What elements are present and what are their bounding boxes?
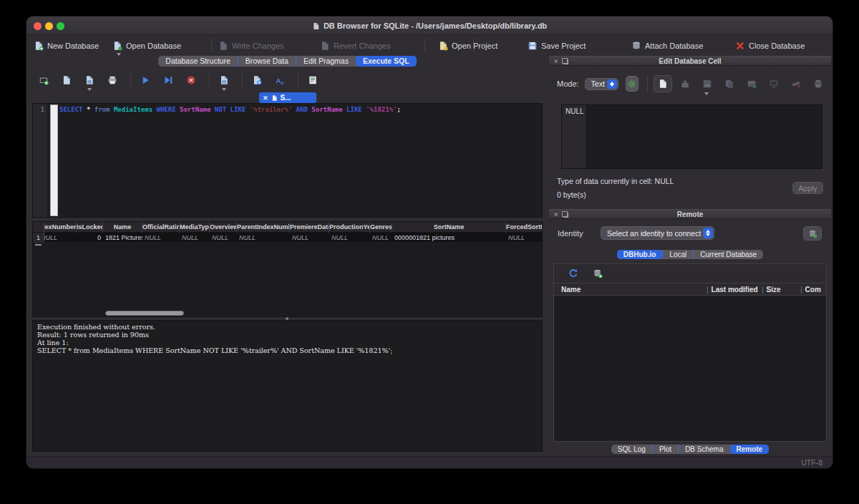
new-sql-tab-icon[interactable] (39, 75, 49, 86)
tab-execute-sql[interactable]: Execute SQL (356, 56, 417, 67)
close-database-button[interactable]: Close Database (735, 39, 805, 52)
open-database-icon (112, 41, 122, 51)
toolbar-separator (473, 39, 474, 52)
column-header-sortname[interactable]: SortName (392, 222, 506, 233)
toolbar-separator (211, 39, 212, 52)
column-header-premieredate[interactable]: PremiereDate (290, 222, 329, 233)
sql-token: from (94, 106, 110, 113)
save-results-icon[interactable] (219, 75, 230, 86)
save-project-icon (528, 41, 538, 51)
sql-tab[interactable]: ✕ S... (259, 92, 316, 103)
column-header-mediatype[interactable]: MediaType (180, 222, 210, 233)
remote-column-name[interactable]: Name (561, 284, 581, 296)
column-header-islocked[interactable]: IsLocked (77, 222, 103, 233)
write-changes-icon (218, 41, 228, 51)
attach-database-button[interactable]: Attach Database (631, 39, 703, 52)
query-log-icon[interactable] (308, 75, 319, 86)
cell-indexnumber[interactable]: NULL (44, 233, 77, 243)
remote-column-last-modified[interactable]: Last modified (707, 284, 758, 296)
open-project-button[interactable]: Open Project (438, 39, 498, 52)
cell-overview[interactable]: NULL (210, 233, 237, 243)
execute-all-icon[interactable] (140, 75, 151, 86)
column-header-indexnumber[interactable]: IndexNumber (44, 222, 77, 233)
tab-database-structure[interactable]: Database Structure (158, 56, 237, 67)
close-tab-icon[interactable]: ✕ (263, 94, 268, 102)
sql-token: ; (397, 106, 401, 113)
remote-panel-toolbar (554, 264, 826, 284)
sql-token: LIKE (346, 106, 362, 113)
row-header[interactable]: 1 (33, 233, 44, 243)
cell-genres[interactable]: NULL (370, 233, 392, 243)
column-header-forcedsortname[interactable]: ForcedSortName (506, 222, 543, 233)
dropdown-stepper-icon (607, 79, 617, 89)
new-database-label: New Database (47, 42, 99, 50)
toolbar-separator (130, 74, 131, 87)
text-mode-icon[interactable] (654, 75, 672, 92)
cell-parentindexnumber[interactable]: NULL (237, 233, 290, 243)
apply-button[interactable]: Apply (792, 182, 823, 194)
remote-title: Remote (549, 210, 831, 220)
sql-token: SELECT (59, 106, 83, 113)
cell-premieredate[interactable]: NULL (290, 233, 329, 243)
clone-database-icon[interactable] (593, 268, 603, 278)
sql-token: WHERE (157, 106, 176, 113)
column-header-parentindexnumber[interactable]: ParentIndexNumber (237, 222, 290, 233)
cell-sortname[interactable]: 0000001821 pictures (392, 233, 506, 243)
dock-tab-plot[interactable]: Plot (652, 445, 678, 454)
remote-column-com[interactable]: Com (800, 284, 821, 296)
execute-line-icon[interactable] (163, 75, 174, 86)
window-title-area: DB Browser for SQLite - /Users/james/Des… (26, 16, 833, 35)
remote-table-header: NameLast modifiedSizeCom (554, 284, 826, 296)
certificate-button[interactable] (803, 226, 822, 241)
write-changes-label: Write Changes (232, 42, 284, 50)
cell-editor[interactable]: NULL (561, 105, 822, 169)
attach-database-icon (631, 41, 641, 51)
mode-dropdown[interactable]: Text (585, 78, 618, 90)
dock-tab-sql-log[interactable]: SQL Log (611, 445, 652, 454)
cell-name[interactable]: 1821 Pictures (103, 233, 142, 243)
horizontal-scrollbar-thumb[interactable] (105, 311, 184, 316)
open-project-icon (438, 41, 448, 51)
save-sql-file-icon[interactable] (84, 75, 95, 86)
save-project-button[interactable]: Save Project (528, 39, 586, 52)
open-project-label: Open Project (452, 42, 498, 50)
sql-token: '%1821%' (366, 106, 397, 113)
remote-tab-current-database[interactable]: Current Database (693, 250, 763, 259)
column-header-genres[interactable]: Genres (370, 222, 392, 233)
column-header-productionyear[interactable]: ProductionYear (329, 222, 370, 233)
cell-islocked[interactable]: 0 (77, 233, 103, 243)
tab-browse-data[interactable]: Browse Data (238, 56, 296, 67)
open-database-button[interactable]: Open Database (112, 39, 181, 52)
identity-dropdown[interactable]: Select an identity to connect (601, 226, 714, 240)
save-project-label: Save Project (541, 42, 586, 50)
identity-label: Identity (558, 229, 583, 238)
stop-icon[interactable] (186, 75, 197, 86)
open-sql-file-icon[interactable] (62, 75, 72, 86)
toolbar-separator (647, 75, 648, 92)
dock-tab-remote[interactable]: Remote (730, 445, 770, 454)
title-bar[interactable]: DB Browser for SQLite - /Users/james/Des… (26, 16, 833, 35)
remote-column-size[interactable]: Size (762, 284, 781, 296)
sql-editor[interactable]: 1 SELECT * from MediaItems WHERE SortNam… (32, 103, 543, 218)
cell-forcedsortname[interactable]: NULL (506, 233, 543, 243)
column-header-officialrating[interactable]: OfficialRating (142, 222, 180, 233)
cell-mediatype[interactable]: NULL (180, 233, 210, 243)
toolbar-separator (298, 74, 299, 87)
print-icon[interactable] (107, 75, 118, 86)
cell-icon-group (654, 75, 831, 92)
close-database-label: Close Database (749, 42, 805, 50)
column-header-name[interactable]: Name (103, 222, 142, 233)
remote-tab-dbhub-io[interactable]: DBHub.io (617, 250, 663, 259)
auto-detect-button[interactable] (626, 76, 639, 92)
tab-edit-pragmas[interactable]: Edit Pragmas (296, 56, 356, 67)
export-results-icon[interactable] (252, 75, 263, 86)
remote-tab-local[interactable]: Local (662, 250, 693, 259)
cell-productionyear[interactable]: NULL (329, 233, 370, 243)
refresh-icon[interactable] (568, 268, 578, 278)
new-database-button[interactable]: New Database (34, 39, 99, 52)
cell-editor-gutter: NULL (562, 105, 587, 168)
cell-officialrating[interactable]: NULL (142, 233, 180, 243)
format-sql-icon[interactable]: Aa (275, 75, 286, 86)
column-header-overview[interactable]: Overview (210, 222, 237, 233)
dock-tab-db-schema[interactable]: DB Schema (678, 445, 729, 454)
